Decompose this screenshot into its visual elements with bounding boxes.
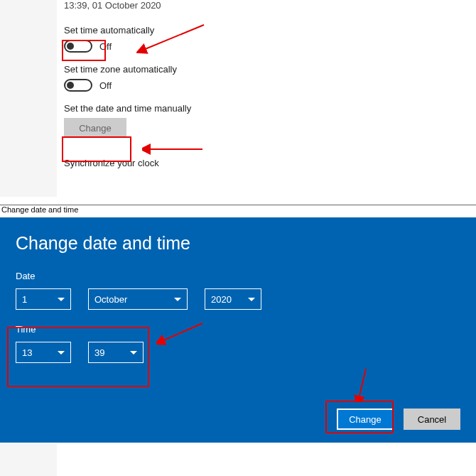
chevron-down-icon [58,298,65,301]
year-value: 2020 [211,294,232,305]
sidebar [0,0,57,197]
month-value: October [94,294,127,305]
sidebar [0,443,57,476]
date-label: Date [16,271,460,281]
set-tz-auto-label: Set time zone automatically [64,64,191,75]
set-time-auto-toggle[interactable] [64,40,92,53]
content: 13:39, 01 October 2020 Set time automati… [64,0,191,168]
year-select[interactable]: 2020 [205,288,261,310]
set-tz-auto-state: Off [99,80,112,91]
day-select[interactable]: 1 [16,288,71,310]
chevron-down-icon [248,298,255,301]
set-time-auto-label: Set time automatically [64,25,191,36]
hour-select[interactable]: 13 [16,342,71,363]
chevron-down-icon [58,351,65,355]
minute-value: 39 [94,347,104,358]
change-date-time-button[interactable]: Change [64,118,126,138]
bottom-area [0,443,476,476]
chevron-down-icon [174,298,181,301]
set-time-auto-state: Off [99,41,112,52]
day-value: 1 [22,294,27,305]
time-label: Time [16,324,460,335]
manual-label: Set the date and time manually [64,103,191,114]
hour-value: 13 [22,347,32,358]
dialog-change-button[interactable]: Change [337,409,394,430]
sync-label: Synchronize your clock [64,158,191,168]
settings-page: 13:39, 01 October 2020 Set time automati… [0,0,476,205]
minute-select[interactable]: 39 [88,342,144,363]
current-time: 13:39, 01 October 2020 [64,0,191,11]
dialog-cancel-button[interactable]: Cancel [404,409,460,430]
chevron-down-icon [130,351,137,355]
dialog-titlebar: Change date and time [0,205,476,217]
dialog-heading: Change date and time [16,233,460,254]
change-date-time-dialog: Change date and time Date 1 October 2020… [0,217,476,443]
month-select[interactable]: October [88,288,188,310]
set-tz-auto-toggle[interactable] [64,79,92,92]
